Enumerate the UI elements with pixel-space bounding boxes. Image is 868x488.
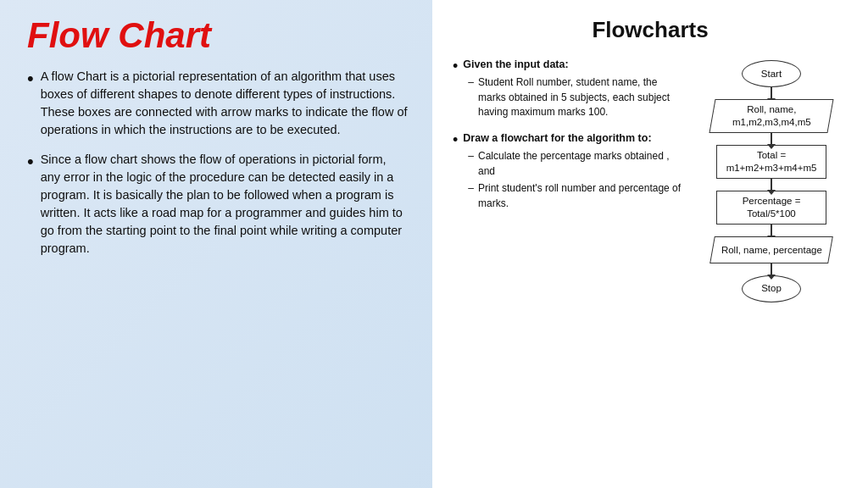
right-bullet-2: Draw a flowchart for the algorithm to: C… [453, 130, 687, 214]
fc-calc2-wrapper: Percentage =Total/5*100 [716, 191, 826, 236]
right-bullet-1: Given the input data: Student Roll numbe… [453, 57, 687, 122]
fc-start: Start [742, 60, 801, 87]
sub-list-2-item-1: Calculate the percentage marks obtained … [468, 149, 687, 179]
sub-list-2-item-2-text: Print student's roll number and percenta… [478, 181, 687, 211]
list-item-text: A flow Chart is a pictorial representati… [41, 68, 409, 139]
fc-calc1: Total =m1+m2+m3+m4+m5 [716, 145, 826, 179]
right-panel: Flowcharts Given the input data: Student… [432, 0, 868, 488]
fc-input-wrapper: Roll, name,m1,m2,m3,m4,m5 [712, 99, 831, 145]
right-bullet-1-intro: Given the input data: [463, 58, 568, 70]
flowchart: Start Roll, name,m1,m2,m3,m4,m5 Total =m… [695, 57, 848, 471]
sub-list-2: Calculate the percentage marks obtained … [468, 149, 687, 211]
fc-arrow-3 [771, 179, 772, 191]
fc-output: Roll, name, percentage [709, 236, 833, 263]
sub-list-1-item-text: Student Roll number, student name, the m… [478, 75, 687, 119]
fc-arrow-4 [771, 225, 772, 236]
sub-list-2-item-1-text: Calculate the percentage marks obtained … [478, 149, 687, 179]
fc-start-label: Start [761, 68, 782, 80]
fc-input-label: Roll, name,m1,m2,m3,m4,m5 [732, 103, 811, 129]
list-item-text: Since a flow chart shows the flow of ope… [41, 151, 409, 258]
fc-arrow-2 [771, 133, 772, 145]
fc-calc2: Percentage =Total/5*100 [716, 191, 826, 225]
fc-start-wrapper: Start [742, 60, 801, 99]
right-title: Flowcharts [453, 17, 848, 43]
bullet-list: A flow Chart is a pictorial representati… [27, 68, 409, 269]
right-bullets: Given the input data: Student Roll numbe… [453, 57, 687, 471]
sub-list-1: Student Roll number, student name, the m… [468, 75, 687, 119]
sub-list-1-item: Student Roll number, student name, the m… [468, 75, 687, 119]
fc-arrow-1 [771, 87, 772, 99]
left-panel: Flow Chart A flow Chart is a pictorial r… [0, 0, 432, 488]
list-item: Since a flow chart shows the flow of ope… [27, 151, 409, 258]
right-bullet-2-text: Draw a flowchart for the algorithm to: C… [463, 130, 687, 214]
fc-input: Roll, name,m1,m2,m3,m4,m5 [709, 99, 833, 133]
list-item: A flow Chart is a pictorial representati… [27, 68, 409, 139]
slide: Flow Chart A flow Chart is a pictorial r… [0, 0, 868, 488]
sub-list-2-item-2: Print student's roll number and percenta… [468, 181, 687, 211]
fc-stop-label: Stop [761, 282, 782, 295]
fc-output-label: Roll, name, percentage [721, 243, 822, 256]
right-bullet-2-intro: Draw a flowchart for the algorithm to: [463, 132, 651, 144]
right-bullet-1-text: Given the input data: Student Roll numbe… [463, 57, 687, 122]
slide-title: Flow Chart [27, 15, 409, 56]
fc-arrow-5 [771, 263, 772, 275]
right-content: Given the input data: Student Roll numbe… [453, 57, 848, 471]
fc-calc2-label: Percentage =Total/5*100 [743, 195, 801, 220]
fc-calc1-label: Total =m1+m2+m3+m4+m5 [726, 149, 817, 175]
fc-output-wrapper: Roll, name, percentage [712, 236, 831, 275]
fc-calc1-wrapper: Total =m1+m2+m3+m4+m5 [716, 145, 826, 191]
